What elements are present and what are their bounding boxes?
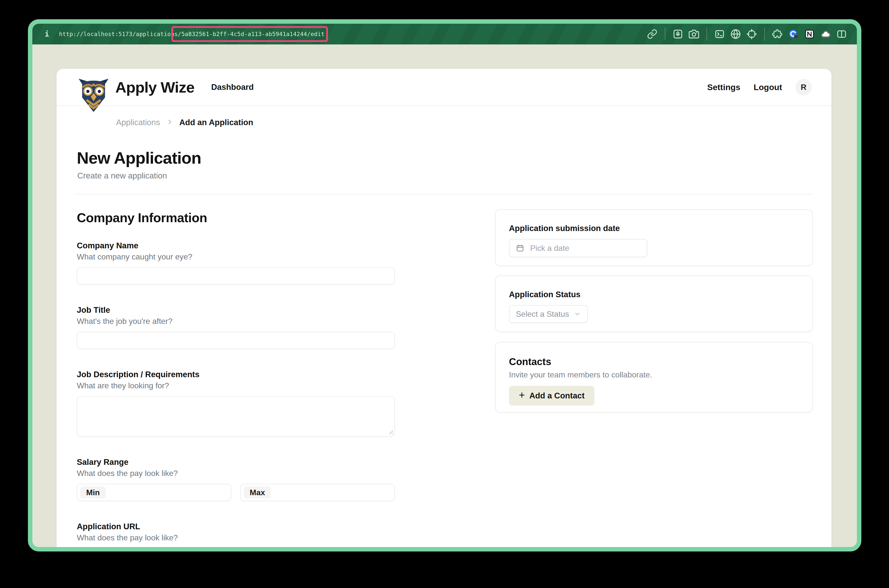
salary-range-label: Salary Range (77, 458, 395, 467)
application-url-hint: What does the pay look like? (77, 533, 395, 542)
brand-title[interactable]: Apply Wize (115, 78, 194, 96)
settings-link[interactable]: Settings (707, 82, 740, 92)
1password-icon[interactable] (788, 28, 799, 39)
job-title-input[interactable] (77, 332, 395, 349)
breadcrumb-current: Add an Application (179, 118, 253, 127)
toolbar-divider (706, 28, 707, 40)
job-title-group: Job Title What's the job you're after? (77, 305, 395, 349)
notion-icon[interactable] (804, 28, 815, 39)
contacts-card: Contacts Invite your team members to col… (495, 342, 813, 412)
add-contact-text: Add a Contact (529, 391, 585, 400)
section-heading: Company Information (77, 210, 395, 225)
salary-max-field: Max (240, 484, 395, 501)
app-header: Apply Wize Dashboard Settings Logout R (57, 69, 832, 106)
application-url-label: Application URL (77, 522, 395, 531)
app-content-card: Apply Wize Dashboard Settings Logout R A… (57, 69, 832, 552)
screenshot-stage: i http://localhost:5173/applications/5a8… (0, 0, 889, 588)
company-name-input[interactable] (77, 267, 395, 285)
puzzle-extension-icon[interactable] (772, 28, 783, 39)
application-url-input[interactable] (77, 548, 395, 552)
plus-icon: + (519, 390, 525, 400)
url-prefix: http://localhost:5173/application (59, 31, 174, 37)
browser-window: i http://localhost:5173/applications/5a8… (28, 19, 861, 552)
application-status-label: Application Status (509, 290, 799, 299)
globe-icon[interactable] (730, 28, 741, 39)
status-select-text: Select a Status (516, 309, 569, 319)
company-name-hint: What company caught your eye? (77, 252, 395, 261)
page-subtitle: Create a new application (77, 171, 167, 180)
application-status-card: Application Status Select a Status (495, 276, 813, 332)
breadcrumb: Applications Add an Application (116, 118, 253, 127)
job-description-hint: What are they looking for? (77, 381, 395, 390)
page-title: New Application (77, 148, 201, 167)
section-divider (74, 194, 813, 194)
job-title-hint: What's the job you're after? (77, 317, 395, 326)
max-prefix-chip: Max (244, 486, 271, 498)
link-icon[interactable] (647, 28, 658, 39)
split-view-icon[interactable] (836, 28, 847, 39)
application-url-group: Application URL What does the pay look l… (77, 522, 395, 552)
salary-min-field: Min (77, 484, 231, 501)
apply-wize-owl-logo[interactable] (77, 78, 110, 113)
cloud-profile-icon[interactable] (820, 28, 831, 39)
logout-link[interactable]: Logout (754, 82, 782, 92)
breadcrumb-applications[interactable]: Applications (116, 118, 160, 127)
company-name-label: Company Name (77, 241, 395, 250)
chevron-right-icon (167, 118, 173, 127)
contacts-title: Contacts (509, 356, 799, 368)
header-actions: Settings Logout R (707, 79, 812, 95)
job-description-group: Job Description / Requirements What are … (77, 370, 395, 436)
image-icon[interactable] (673, 28, 683, 39)
nav-dashboard[interactable]: Dashboard (211, 82, 254, 92)
terminal-icon[interactable] (714, 28, 725, 39)
avatar[interactable]: R (795, 79, 812, 95)
salary-range-hint: What does the pay look like? (77, 469, 395, 478)
min-prefix-chip: Min (80, 486, 106, 498)
pick-a-date-text: Pick a date (530, 244, 569, 253)
add-contact-button[interactable]: + Add a Contact (509, 386, 595, 406)
toolbar-divider (764, 28, 765, 40)
calendar-icon (516, 244, 524, 252)
toolbar-divider (665, 28, 665, 40)
page-background: Apply Wize Dashboard Settings Logout R A… (32, 44, 857, 547)
company-information-column: Company Information Company Name What co… (77, 209, 395, 552)
status-select[interactable]: Select a Status (509, 305, 588, 323)
salary-range-group: Salary Range What does the pay look like… (77, 458, 395, 501)
job-title-label: Job Title (77, 305, 395, 315)
browser-toolbar (647, 28, 847, 40)
job-description-textarea[interactable] (77, 396, 395, 436)
url-highlighted-segment: s/5a832561-b2ff-4c5d-a113-ab5941a14244/e… (174, 31, 324, 37)
crosshair-icon[interactable] (746, 28, 757, 39)
job-description-label: Job Description / Requirements (77, 370, 395, 379)
submission-date-label: Application submission date (509, 224, 799, 233)
form-area: Company Information Company Name What co… (77, 209, 813, 552)
chevron-down-icon (574, 310, 581, 318)
company-name-group: Company Name What company caught your ey… (77, 241, 395, 285)
pick-a-date-button[interactable]: Pick a date (509, 239, 647, 257)
info-icon[interactable]: i (45, 30, 49, 38)
submission-date-card: Application submission date Pick a date (495, 209, 813, 266)
url-text[interactable]: http://localhost:5173/applications/5a832… (59, 32, 324, 37)
contacts-description: Invite your team members to collaborate. (509, 370, 799, 380)
sidebar-column: Application submission date Pick a date … (495, 209, 813, 552)
camera-icon[interactable] (688, 28, 699, 39)
browser-url-bar: i http://localhost:5173/applications/5a8… (32, 24, 857, 44)
